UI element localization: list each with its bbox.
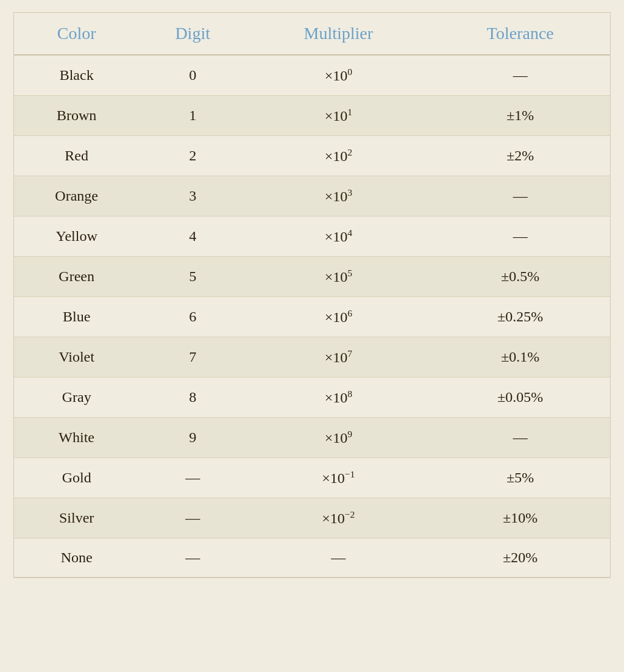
cell-color: Blue [14,297,139,337]
cell-multiplier: ×109 [246,418,431,458]
cell-color: Red [14,136,139,176]
cell-tolerance: ±0.25% [431,297,610,337]
cell-tolerance: ±10% [431,498,610,538]
table-row: Gold—×10−1±5% [14,458,610,498]
table-row: Brown1×101±1% [14,96,610,136]
cell-multiplier: ×10−1 [246,458,431,498]
cell-color: Green [14,257,139,297]
cell-tolerance: ±2% [431,136,610,176]
table-header-row: Color Digit Multiplier Tolerance [14,13,610,55]
cell-multiplier: ×103 [246,176,431,216]
cell-tolerance: ±5% [431,458,610,498]
cell-multiplier: ×108 [246,377,431,418]
cell-multiplier: ×105 [246,257,431,297]
cell-tolerance: ±0.1% [431,337,610,377]
cell-digit: 1 [139,96,246,136]
cell-multiplier: ×10−2 [246,498,431,538]
header-digit: Digit [139,13,246,55]
cell-tolerance: ±20% [431,538,610,577]
cell-multiplier: ×100 [246,55,431,96]
table-row: Orange3×103— [14,176,610,216]
table-row: Silver—×10−2±10% [14,498,610,538]
cell-digit: 2 [139,136,246,176]
cell-color: Gold [14,458,139,498]
cell-digit: 9 [139,418,246,458]
cell-tolerance: — [431,176,610,216]
cell-color: Black [14,55,139,96]
table-row: White9×109— [14,418,610,458]
cell-tolerance: ±1% [431,96,610,136]
table-row: Blue6×106±0.25% [14,297,610,337]
cell-tolerance: — [431,216,610,257]
cell-digit: 5 [139,257,246,297]
cell-tolerance: — [431,418,610,458]
cell-digit: — [139,538,246,577]
table-row: None——±20% [14,538,610,577]
cell-tolerance: — [431,55,610,96]
table-row: Yellow4×104— [14,216,610,257]
cell-digit: 7 [139,337,246,377]
table-row: Red2×102±2% [14,136,610,176]
cell-digit: 6 [139,297,246,337]
cell-color: Orange [14,176,139,216]
cell-multiplier: — [246,538,431,577]
cell-color: Yellow [14,216,139,257]
cell-color: Brown [14,96,139,136]
table-row: Gray8×108±0.05% [14,377,610,418]
cell-color: Silver [14,498,139,538]
cell-multiplier: ×102 [246,136,431,176]
cell-digit: 4 [139,216,246,257]
cell-color: Violet [14,337,139,377]
resistor-color-code-table: Color Digit Multiplier Tolerance Black0×… [13,12,611,578]
cell-digit: 8 [139,377,246,418]
cell-tolerance: ±0.05% [431,377,610,418]
table-row: Green5×105±0.5% [14,257,610,297]
cell-tolerance: ±0.5% [431,257,610,297]
cell-digit: 0 [139,55,246,96]
cell-digit: — [139,458,246,498]
header-multiplier: Multiplier [246,13,431,55]
cell-digit: 3 [139,176,246,216]
cell-multiplier: ×101 [246,96,431,136]
table-row: Violet7×107±0.1% [14,337,610,377]
cell-multiplier: ×104 [246,216,431,257]
header-color: Color [14,13,139,55]
cell-color: None [14,538,139,577]
cell-digit: — [139,498,246,538]
cell-color: Gray [14,377,139,418]
cell-color: White [14,418,139,458]
cell-multiplier: ×106 [246,297,431,337]
header-tolerance: Tolerance [431,13,610,55]
table-row: Black0×100— [14,55,610,96]
cell-multiplier: ×107 [246,337,431,377]
